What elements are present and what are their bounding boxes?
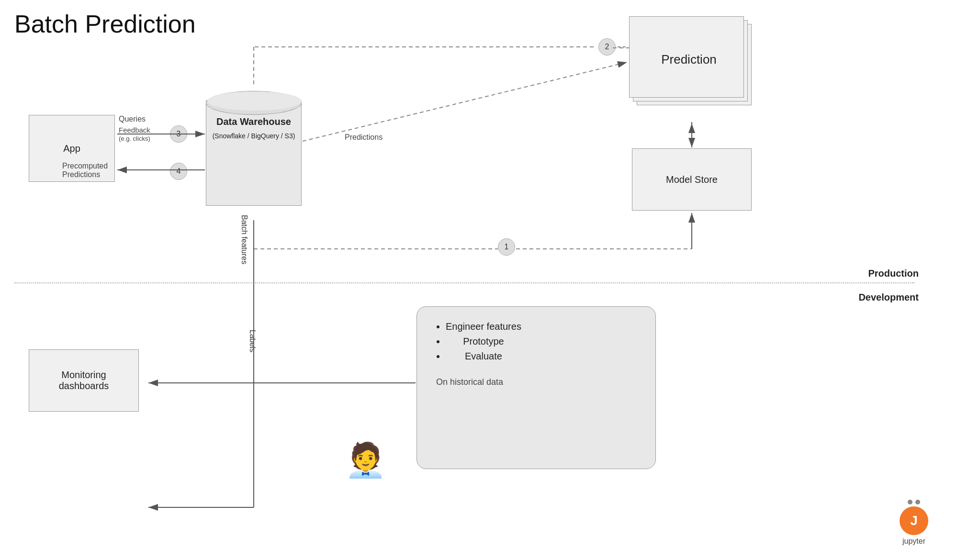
dev-box: Engineer features Prototype Evaluate On … <box>417 306 656 469</box>
cylinder-top-cover <box>207 91 302 111</box>
prediction-pages: Prediction <box>627 14 761 120</box>
jupyter-logo: J jupyter <box>900 500 928 546</box>
circle-2: 2 <box>598 38 616 56</box>
jupyter-dots <box>908 500 920 504</box>
monitoring-box: Monitoring dashboards <box>29 349 139 412</box>
production-label: Production <box>868 268 919 279</box>
precomputed-label: PrecomputedPredictions <box>62 162 108 179</box>
jupyter-dot-left <box>908 500 912 504</box>
svg-line-4 <box>303 62 627 141</box>
worker-icon: 🧑‍💼 <box>345 440 386 536</box>
predictions-label: Predictions <box>345 133 383 142</box>
circle-3: 3 <box>170 125 187 143</box>
section-divider <box>14 282 914 283</box>
cylinder-label: Data Warehouse (Snowflake / BigQuery / S… <box>206 115 302 142</box>
bullet-evaluate: Evaluate <box>446 351 521 362</box>
circle-1: 1 <box>498 238 515 256</box>
jupyter-text: jupyter <box>902 537 925 546</box>
cylinder-top <box>206 91 302 115</box>
jupyter-circle: J <box>900 506 928 535</box>
batch-features-label: Batch features <box>240 215 248 264</box>
arrows-svg <box>0 0 957 560</box>
queries-label: Queries <box>119 115 146 123</box>
bullet-prototype: Prototype <box>446 336 521 347</box>
model-store-box: Model Store <box>632 148 752 211</box>
prediction-label: Prediction <box>631 19 746 100</box>
dev-historical-label: On historical data <box>436 377 503 387</box>
data-warehouse-cylinder: Data Warehouse (Snowflake / BigQuery / S… <box>206 86 302 220</box>
bullet-engineer: Engineer features <box>446 321 521 332</box>
page-title: Batch Prediction <box>14 10 196 38</box>
jupyter-dot-right <box>915 500 920 504</box>
labels-label: Labels <box>248 330 257 352</box>
circle-4: 4 <box>170 163 187 180</box>
page-sheet-3: Prediction <box>629 16 744 98</box>
dev-bullets-list: Engineer features Prototype Evaluate <box>446 321 521 366</box>
development-label: Development <box>858 292 919 303</box>
feedback-label: Feedback(e.g. clicks) <box>119 126 150 142</box>
